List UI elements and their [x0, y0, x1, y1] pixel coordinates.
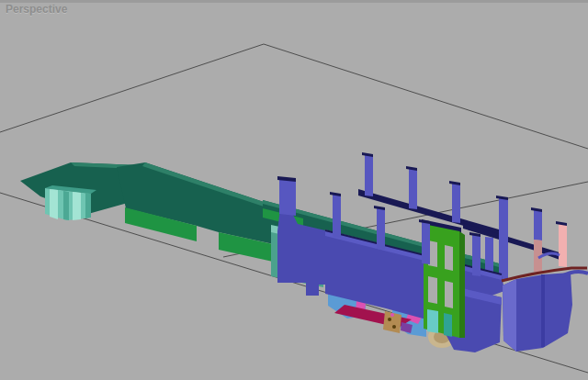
- grid-line-far-left: [0, 44, 264, 132]
- viewport-label: Perspective: [6, 3, 67, 16]
- ladder-recess-teal: [444, 313, 452, 337]
- bumper-highlight-2: [73, 192, 81, 220]
- 3d-viewport[interactable]: Perspective: [0, 0, 588, 380]
- tail-panel-seam: [541, 274, 545, 347]
- bolt-1: [388, 318, 391, 321]
- ladder-hole-4: [445, 281, 453, 308]
- far-post-5-upper: [534, 209, 542, 240]
- bumper-block[interactable]: [45, 185, 96, 220]
- ladder-hole-2: [445, 245, 453, 271]
- tail-panel-corner: [503, 279, 516, 352]
- far-post-small: [485, 237, 493, 273]
- ladder-recess-cyan: [427, 309, 438, 333]
- near-post-3: [377, 207, 385, 250]
- near-post-2: [333, 194, 341, 238]
- far-post-4: [499, 197, 508, 281]
- scene-canvas[interactable]: [0, 0, 588, 380]
- grid-line-far-right: [264, 44, 588, 149]
- far-post-3: [452, 183, 460, 223]
- bumper-shade-2: [85, 193, 91, 218]
- ladder-side: [459, 231, 465, 338]
- bumper-shade-1: [63, 191, 69, 220]
- near-post-front: [279, 178, 296, 216]
- near-post-4: [422, 221, 430, 264]
- bolt-2: [392, 325, 396, 329]
- far-post-1: [365, 154, 373, 196]
- bumper-highlight-1: [50, 189, 58, 219]
- far-post-2: [409, 168, 417, 209]
- tail-blue-arc-2: [561, 272, 588, 276]
- ladder-hole-3: [428, 276, 437, 304]
- bolt-3: [390, 313, 394, 317]
- pink-post: [559, 223, 567, 267]
- near-post-5: [472, 234, 481, 276]
- window-top-edge: [0, 0, 588, 3]
